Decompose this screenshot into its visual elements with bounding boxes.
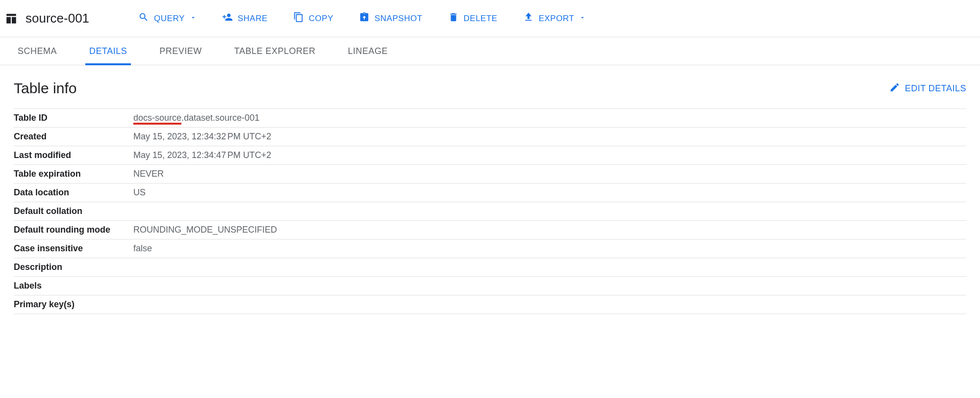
share-icon — [222, 12, 233, 25]
button-label: QUERY — [154, 14, 185, 24]
tabs: SCHEMA DETAILS PREVIEW TABLE EXPLORER LI… — [0, 37, 980, 65]
copy-button[interactable]: COPY — [287, 9, 339, 28]
search-icon — [138, 12, 149, 25]
table-row: CreatedMay 15, 2023, 12:34:32 PM UTC+2 — [14, 128, 966, 146]
info-label: Table ID — [14, 109, 133, 128]
info-label: Labels — [14, 277, 133, 295]
snapshot-icon — [359, 12, 370, 25]
share-button[interactable]: SHARE — [216, 9, 274, 28]
caret-down-icon — [579, 14, 586, 24]
info-label: Last modified — [14, 146, 133, 165]
info-value — [133, 277, 966, 295]
table-row: Last modifiedMay 15, 2023, 12:34:47 PM U… — [14, 146, 966, 165]
pencil-icon — [889, 82, 900, 95]
info-value — [133, 202, 966, 221]
button-label: SNAPSHOT — [375, 14, 423, 24]
info-table: Table IDdocs-source.dataset.source-001Cr… — [14, 108, 966, 314]
snapshot-button[interactable]: SNAPSHOT — [353, 9, 428, 28]
export-icon — [523, 12, 534, 25]
breadcrumb: source-001 — [5, 11, 89, 26]
info-label: Primary key(s) — [14, 295, 133, 314]
tab-details[interactable]: DETAILS — [85, 37, 131, 65]
delete-icon — [448, 12, 459, 25]
button-label: DELETE — [464, 14, 498, 24]
info-value: May 15, 2023, 12:34:47 PM UTC+2 — [133, 146, 966, 165]
info-value: false — [133, 239, 966, 258]
caret-down-icon — [190, 14, 197, 24]
info-label: Created — [14, 128, 133, 146]
info-label: Table expiration — [14, 165, 133, 184]
info-value — [133, 295, 966, 314]
edit-details-button[interactable]: EDIT DETAILS — [889, 82, 966, 95]
table-row: Description — [14, 258, 966, 277]
table-icon — [5, 12, 18, 25]
tab-table-explorer[interactable]: TABLE EXPLORER — [230, 37, 320, 65]
table-row: Table expirationNEVER — [14, 165, 966, 184]
export-button[interactable]: EXPORT — [517, 9, 592, 28]
info-value-suffix: .dataset.source-001 — [181, 113, 259, 123]
button-label: EDIT DETAILS — [905, 83, 966, 94]
query-button[interactable]: QUERY — [132, 9, 202, 28]
table-row: Primary key(s) — [14, 295, 966, 314]
section-title: Table info — [14, 80, 76, 97]
info-value: May 15, 2023, 12:34:32 PM UTC+2 — [133, 128, 966, 146]
copy-icon — [293, 12, 304, 25]
info-value: ROUNDING_MODE_UNSPECIFIED — [133, 221, 966, 239]
info-label: Description — [14, 258, 133, 277]
button-label: COPY — [309, 14, 333, 24]
info-label: Data location — [14, 184, 133, 202]
button-label: EXPORT — [539, 14, 575, 24]
info-label: Case insensitive — [14, 239, 133, 258]
button-label: SHARE — [238, 14, 268, 24]
info-value — [133, 258, 966, 277]
info-value: docs-source.dataset.source-001 — [133, 109, 966, 128]
info-label: Default rounding mode — [14, 221, 133, 239]
table-row: Case insensitivefalse — [14, 239, 966, 258]
table-row: Table IDdocs-source.dataset.source-001 — [14, 109, 966, 128]
content: Table info EDIT DETAILS Table IDdocs-sou… — [0, 65, 980, 329]
tab-schema[interactable]: SCHEMA — [14, 37, 61, 65]
table-row: Default collation — [14, 202, 966, 221]
section-header: Table info EDIT DETAILS — [14, 80, 966, 97]
info-label: Default collation — [14, 202, 133, 221]
table-row: Labels — [14, 277, 966, 295]
page-title: source-001 — [25, 11, 89, 26]
delete-button[interactable]: DELETE — [442, 9, 503, 28]
highlight-mark: docs-source — [133, 113, 181, 125]
table-row: Data locationUS — [14, 184, 966, 202]
info-value: US — [133, 184, 966, 202]
info-value: NEVER — [133, 165, 966, 184]
toolbar: source-001 QUERY SHARE COPY SNAPSHOT DEL… — [0, 0, 980, 37]
tab-lineage[interactable]: LINEAGE — [344, 37, 392, 65]
tab-preview[interactable]: PREVIEW — [155, 37, 206, 65]
table-row: Default rounding modeROUNDING_MODE_UNSPE… — [14, 221, 966, 239]
